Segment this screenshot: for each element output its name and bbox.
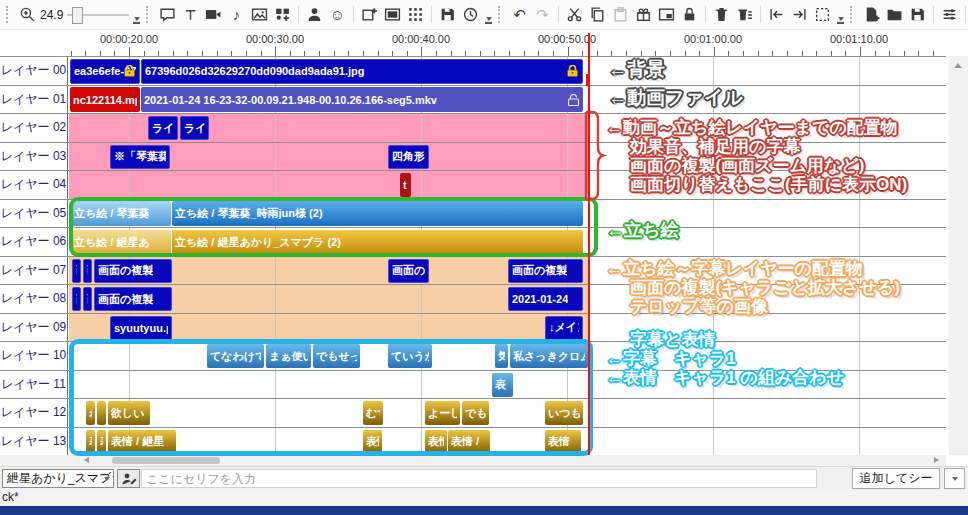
lock-closed-icon[interactable] <box>124 65 135 77</box>
add-options-button[interactable] <box>944 468 965 489</box>
speech-input-bar: 紲星あかり_スマブラ 追加してシーク <box>0 466 968 490</box>
ruler-tick <box>129 47 130 56</box>
timeline-clip[interactable]: ※「琴葉葵 <box>110 145 170 169</box>
timeline-clip[interactable]: 画面の複製 <box>94 259 172 283</box>
layer-label[interactable]: レイヤー 02 <box>0 114 68 142</box>
layer-label[interactable]: レイヤー 10 <box>0 342 68 370</box>
paste-icon[interactable] <box>610 3 631 27</box>
layer-label[interactable]: レイヤー 13 <box>0 428 68 456</box>
timeline-clip[interactable]: syuutyuu.png <box>110 316 172 340</box>
settings-sliders-icon[interactable] <box>939 3 960 27</box>
layer-label[interactable]: レイヤー 09 <box>0 314 68 342</box>
layer-label[interactable]: レイヤー 05 <box>0 200 68 228</box>
playhead-line[interactable] <box>588 33 590 455</box>
voice-config-button[interactable] <box>117 469 140 488</box>
save-project-icon[interactable] <box>437 3 458 27</box>
overflow-chevron-icon[interactable] <box>483 2 494 28</box>
toolbar-grip[interactable] <box>6 6 13 23</box>
move-end-icon[interactable] <box>789 3 810 27</box>
timeline-clip[interactable]: ea3e6efe-07 <box>70 59 140 84</box>
layer-label[interactable]: レイヤー 07 <box>0 257 68 285</box>
new-file-icon[interactable] <box>861 3 882 27</box>
selection-box-icon[interactable] <box>812 3 833 27</box>
redo-icon[interactable]: ↷ <box>532 3 553 27</box>
timeline-clip[interactable]: 67396d026d32629270dd090dad9ada91.jpg <box>141 59 583 84</box>
timeline-clip[interactable]: 2021-01-24 16-23-32-00.09.21.948-00.10.2… <box>141 87 583 112</box>
cut-icon[interactable] <box>564 3 585 27</box>
subtitle-face-note: 字幕と表情←字幕 キャラ1←表情 キャラ1 の組み合わせ <box>606 330 844 387</box>
delete-multi-icon[interactable] <box>734 3 755 27</box>
v-scrollbar[interactable] <box>949 56 968 455</box>
timeline-clip[interactable]: ライン <box>148 116 178 140</box>
timeline-ruler[interactable]: 00:00:20.0000:00:30.0000:00:40.0000:00:5… <box>0 30 968 56</box>
add-and-seek-button[interactable]: 追加してシーク <box>852 468 940 489</box>
timeline-clip[interactable]: t <box>400 173 411 197</box>
serif-input[interactable] <box>141 469 817 488</box>
scroll-up-icon[interactable] <box>954 63 962 68</box>
timeline-clip[interactable]: 画面の複製 <box>94 287 172 311</box>
timeline-clip[interactable]: nc122114.mp3 <box>70 87 140 112</box>
add-items-icon[interactable] <box>272 3 293 27</box>
delete-icon[interactable] <box>711 3 732 27</box>
dotted-grid-icon[interactable] <box>405 3 426 27</box>
timeline-clip[interactable]: 四角形 <box>388 145 429 169</box>
pip-icon[interactable] <box>656 3 677 27</box>
open-folder-icon[interactable] <box>884 3 905 27</box>
layer-label[interactable]: レイヤー 12 <box>0 399 68 427</box>
lock-open-icon[interactable] <box>568 94 579 106</box>
video-camera-icon[interactable] <box>203 3 224 27</box>
layer-label[interactable]: レイヤー 00 <box>0 57 68 85</box>
gift-icon[interactable] <box>633 3 654 27</box>
text-tool-icon[interactable] <box>180 3 201 27</box>
toolbar-grip[interactable] <box>498 6 505 23</box>
overflow-chevron-icon[interactable] <box>835 2 846 28</box>
face-icon[interactable]: ☺ <box>327 3 348 27</box>
scroll-left-icon[interactable] <box>84 457 89 463</box>
timeline-clip[interactable]: 2021-01-24 <box>508 287 583 311</box>
image-icon[interactable] <box>249 3 270 27</box>
frame-plus-icon[interactable] <box>359 3 380 27</box>
undo-icon[interactable]: ↶ <box>509 3 530 27</box>
overflow-chevron-icon[interactable] <box>131 2 142 28</box>
lock-closed-icon[interactable] <box>567 65 578 77</box>
timeline-clip[interactable]: ライン <box>180 116 209 140</box>
annotation-line: ←動画ファイル <box>608 87 743 108</box>
layer-label[interactable]: レイヤー 08 <box>0 285 68 313</box>
timeline-clip[interactable]: 画 <box>83 287 92 311</box>
timeline-clip[interactable]: 画面の <box>388 259 429 283</box>
zoom-slider-thumb[interactable] <box>72 7 83 24</box>
layer-label[interactable]: レイヤー 01 <box>0 86 68 114</box>
status-text: ck* <box>2 490 19 504</box>
move-start-icon[interactable] <box>766 3 787 27</box>
voice-select[interactable]: 紲星あかり_スマブラ <box>2 469 114 488</box>
clip-label: 画 <box>87 292 88 307</box>
layer-label[interactable]: レイヤー 03 <box>0 143 68 171</box>
clock-icon[interactable] <box>460 3 481 27</box>
toolbar-grip[interactable] <box>850 6 857 23</box>
ruler-tick <box>860 47 861 56</box>
zoom-slider[interactable] <box>67 6 129 24</box>
chat-bubble-icon[interactable] <box>157 3 178 27</box>
timeline-clip[interactable]: 画面の複製 <box>508 259 583 283</box>
h-scroll-thumb[interactable] <box>112 457 220 464</box>
timeline-clip[interactable]: 画 <box>83 259 92 283</box>
timeline-clip[interactable]: ↓メイン <box>545 316 583 340</box>
toolbar-divider <box>431 6 432 23</box>
music-note-icon[interactable]: ♪ <box>226 3 247 27</box>
timeline-clip[interactable]: 画 <box>72 259 81 283</box>
layer-label[interactable]: レイヤー 04 <box>0 171 68 199</box>
save-file-icon[interactable] <box>907 3 928 27</box>
image-frame-icon[interactable] <box>382 3 403 27</box>
ruler-time-label: 00:00:40.00 <box>392 33 450 45</box>
layer-label[interactable]: レイヤー 11 <box>0 371 68 399</box>
scroll-right-icon[interactable] <box>934 457 939 463</box>
character-icon[interactable] <box>304 3 325 27</box>
bottom-strip <box>0 506 968 515</box>
timeline-clip[interactable]: 画 <box>72 287 81 311</box>
h-scrollbar[interactable] <box>0 455 946 466</box>
copy-icon[interactable] <box>587 3 608 27</box>
lock-icon[interactable] <box>679 3 700 27</box>
layer-label[interactable]: レイヤー 06 <box>0 228 68 256</box>
zoom-in-icon[interactable] <box>17 3 38 27</box>
toolbar-grip[interactable] <box>146 6 153 23</box>
